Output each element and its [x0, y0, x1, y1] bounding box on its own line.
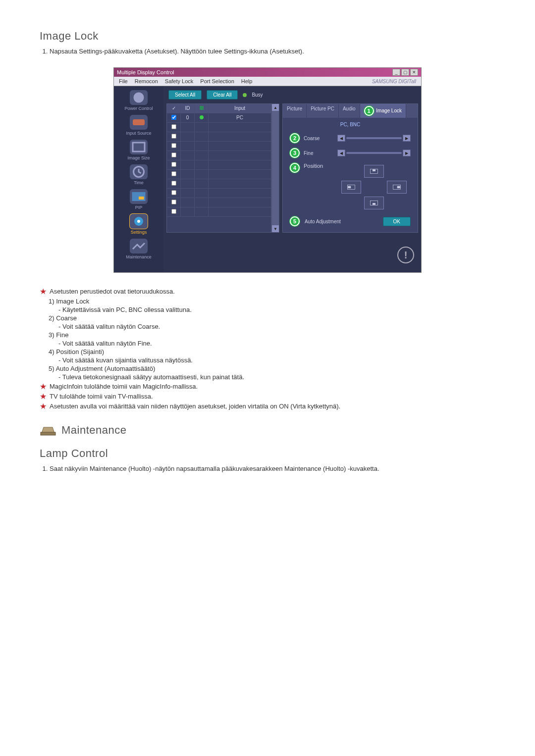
ok-button[interactable]: OK: [383, 217, 411, 226]
row-checkbox[interactable]: [171, 209, 176, 214]
fine-label: Fine: [304, 151, 333, 156]
slider-right-icon[interactable]: ▶: [403, 150, 411, 156]
settings-panel: Picture Picture PC Audio 1 Image Lock PC…: [282, 103, 418, 233]
section1-step-1: Napsauta Settings-pääkuvaketta (Asetukse…: [50, 48, 495, 55]
row-checkbox[interactable]: [171, 124, 176, 129]
position-down-button[interactable]: [364, 197, 384, 209]
fine-slider[interactable]: ◀ ▶: [337, 150, 411, 156]
menu-file[interactable]: File: [119, 78, 128, 84]
svg-rect-2: [133, 143, 145, 151]
row-checkbox[interactable]: [171, 171, 176, 176]
star-icon: ★: [40, 403, 47, 410]
col-status: [195, 104, 209, 113]
slider-left-icon[interactable]: ◀: [337, 150, 345, 156]
input-source-icon: [130, 115, 148, 130]
callout-3: 3: [290, 148, 300, 158]
time-icon: [130, 164, 148, 179]
maximize-icon[interactable]: ▢: [401, 69, 409, 76]
note-1: MagicInfoin tulolähde toimii vain MagicI…: [50, 383, 198, 390]
slider-right-icon[interactable]: ▶: [403, 135, 411, 142]
position-up-button[interactable]: [364, 165, 384, 178]
list-item: 4) Position (Sijainti): [49, 348, 495, 355]
status-on-icon: [200, 115, 204, 119]
tab-image-lock[interactable]: 1 Image Lock: [360, 104, 406, 118]
section-heading-image-lock: Image Lock: [40, 30, 495, 43]
toolbar: Select All Clear All Busy: [163, 86, 421, 103]
callout-2: 2: [290, 133, 300, 143]
power-icon: [130, 90, 148, 105]
row-checkbox[interactable]: [171, 181, 176, 186]
section-heading-lamp-control: Lamp Control: [40, 447, 495, 460]
table-header: ✓ ID Input: [167, 104, 271, 113]
row-checkbox[interactable]: [171, 134, 176, 139]
tab-picture-pc[interactable]: Picture PC: [307, 104, 339, 118]
menu-safety-lock[interactable]: Safety Lock: [165, 78, 193, 84]
row-checkbox[interactable]: [171, 143, 176, 148]
row-id: 0: [181, 113, 195, 122]
row-checkbox[interactable]: [171, 162, 176, 167]
menu-remocon[interactable]: Remocon: [135, 78, 158, 84]
list-item: 5) Auto Adjustment (Automaattisäätö): [49, 365, 495, 372]
table-scrollbar[interactable]: ▲ ▼: [271, 103, 279, 233]
coarse-slider[interactable]: ◀ ▶: [337, 135, 411, 142]
brand-label: SAMSUNG DIGITall: [372, 79, 416, 84]
scroll-up-icon[interactable]: ▲: [272, 104, 279, 111]
sidebar-item-settings[interactable]: Settings: [130, 214, 148, 235]
slider-left-icon[interactable]: ◀: [337, 135, 345, 142]
list-sub: - Käytettävissä vain PC, BNC ollessa val…: [58, 306, 495, 313]
position-right-button[interactable]: [387, 181, 407, 194]
tab-audio[interactable]: Audio: [339, 104, 360, 118]
display-table: ✓ ID Input 0 PC: [166, 103, 271, 233]
row-checkbox[interactable]: [171, 152, 176, 157]
info-icon[interactable]: !: [397, 247, 414, 263]
section-heading-maintenance: Maintenance: [61, 424, 126, 437]
star-icon: ★: [40, 383, 47, 391]
row-checkbox[interactable]: [171, 115, 176, 120]
table-row[interactable]: 0 PC: [167, 113, 271, 123]
panel-tabs: Picture Picture PC Audio 1 Image Lock: [283, 104, 418, 118]
row-checkbox[interactable]: [171, 200, 176, 204]
table-row: [167, 189, 271, 198]
svg-rect-18: [41, 432, 55, 435]
list-sub: - Voit säätää valitun näytön Fine.: [58, 340, 495, 347]
col-check: ✓: [167, 104, 181, 113]
row-checkbox[interactable]: [171, 190, 176, 195]
svg-rect-1: [133, 119, 145, 125]
maintenance-icon: [130, 239, 148, 253]
tab-picture[interactable]: Picture: [283, 104, 307, 118]
table-row: [167, 207, 271, 217]
sidebar-item-pip[interactable]: PIP: [130, 189, 148, 210]
menu-port-selection[interactable]: Port Selection: [200, 78, 234, 84]
star-icon: ★: [40, 288, 47, 296]
panel-subtitle: PC, BNC: [283, 118, 418, 130]
scroll-down-icon[interactable]: ▼: [272, 225, 279, 232]
list-sub: - Tuleva tietokonesignaali säätyy automa…: [58, 373, 495, 381]
close-icon[interactable]: ✕: [410, 69, 418, 76]
sidebar-item-time[interactable]: Time: [130, 164, 148, 185]
list-item: 1) Image Lock: [49, 298, 495, 305]
maintenance-section-icon: [40, 423, 56, 437]
list-item: 2) Coarse: [49, 314, 495, 322]
menu-help[interactable]: Help: [241, 78, 253, 84]
svg-point-0: [134, 93, 144, 103]
sidebar-item-maintenance[interactable]: Maintenance: [126, 239, 152, 259]
star-icon: ★: [40, 393, 47, 401]
position-pad: [337, 163, 411, 211]
sidebar-item-image-size[interactable]: Image Size: [127, 140, 150, 160]
select-all-button[interactable]: Select All: [168, 90, 202, 100]
clear-all-button[interactable]: Clear All: [207, 90, 238, 100]
bullets-intro: Asetusten perustiedot ovat tietoruudukos…: [50, 288, 175, 295]
section3-steps: Saat näkyviin Maintenance (Huolto) -näyt…: [50, 465, 495, 472]
position-left-button[interactable]: [341, 181, 361, 194]
table-row: [167, 142, 271, 151]
pip-icon: [130, 189, 148, 204]
table-row: [167, 179, 271, 189]
row-input: PC: [209, 113, 271, 122]
sidebar-item-input-source[interactable]: Input Source: [126, 115, 151, 136]
col-id: ID: [181, 104, 195, 113]
window-title: Multiple Display Control: [117, 69, 174, 75]
note-2: TV tulolähde toimii vain TV-mallissa.: [50, 393, 153, 400]
menubar: File Remocon Safety Lock Port Selection …: [114, 77, 421, 86]
sidebar-item-power-control[interactable]: Power Control: [124, 90, 153, 111]
minimize-icon[interactable]: _: [392, 69, 400, 76]
